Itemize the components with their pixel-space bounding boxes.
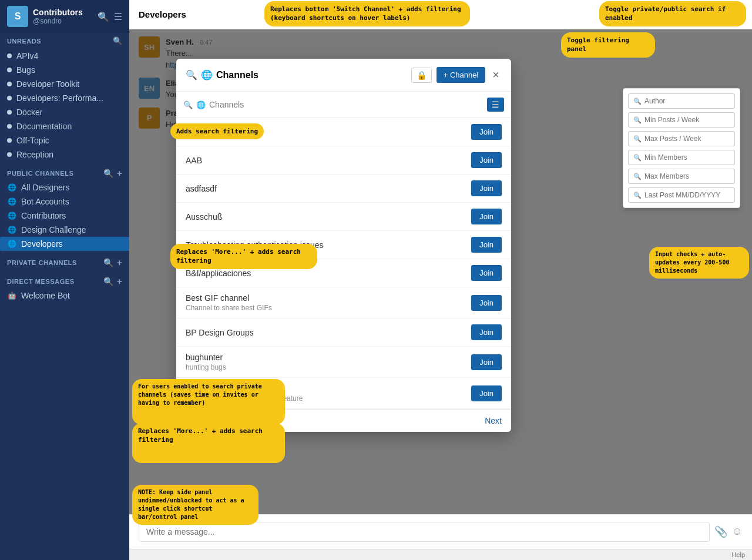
sidebar-item-docker[interactable]: Docker [0,105,129,119]
join-button[interactable]: Join [471,265,502,281]
channel-name: Ausschuß [186,212,471,222]
sidebar-item-design-challenge[interactable]: 🌐 Design Challenge [0,223,129,237]
join-button[interactable]: Join [471,295,502,311]
channel-desc: hunting bugs [186,363,471,371]
add-channel-label: + Channel [444,71,479,79]
channel-info: bughunter hunting bugs [186,353,471,371]
add-channel-button[interactable]: + Channel [437,67,486,83]
max-posts-input[interactable] [644,135,730,143]
globe-icon-search: 🌐 [196,100,206,109]
join-button[interactable]: Join [471,180,502,196]
next-button[interactable]: Next [485,416,502,425]
public-channels-list: 🌐 All Designers 🌐 Bot Accounts 🌐 Contrib… [0,180,129,251]
help-bar: Help [129,549,752,560]
private-channels-search-icon[interactable]: 🔍 [103,258,114,267]
max-members-filter: 🔍 [628,169,735,184]
globe-icon-modal: 🌐 [201,69,213,81]
public-channels-add-icon[interactable]: + [117,169,122,178]
public-channels-section: PUBLIC CHANNELS 🔍 + [0,162,129,180]
direct-messages-search-icon[interactable]: 🔍 [103,277,114,286]
last-post-filter: 🔍 [628,187,735,203]
sidebar-item-label: Welcome Bot [21,291,122,300]
search-icon-sm: 🔍 [183,100,193,109]
unread-dot [7,138,12,143]
join-button[interactable]: Join [471,124,502,140]
globe-icon: 🌐 [7,211,16,220]
annotation-top-right: Toggle private/public search if enabled [599,1,746,26]
sidebar-header-actions: 🔍 ☰ [98,11,122,22]
max-posts-filter: 🔍 [628,131,735,146]
sidebar-item-label: Developers [21,239,122,249]
unreads-list: APIv4 Bugs Developer Toolkit Developers:… [0,49,129,162]
sidebar-item-label: Docker [16,108,122,117]
private-channels-label: PRIVATE CHANNELS [7,259,77,266]
search-icon[interactable]: 🔍 [98,11,109,22]
channel-name: B&I/applicaciones [186,269,471,278]
channel-item-ausschuss: Ausschuß Join [176,203,511,231]
direct-messages-add-icon[interactable]: + [117,277,122,286]
close-modal-button[interactable]: × [490,68,502,82]
sidebar-item-developers[interactable]: 🌐 Developers [0,237,129,251]
filter-toggle-button[interactable]: ☰ [487,98,504,112]
search-icon: 🔍 [633,192,642,199]
sidebar-item-off-topic[interactable]: Off-Topic [0,133,129,147]
sidebar-item-all-designers[interactable]: 🌐 All Designers [0,180,129,195]
sidebar-item-contributors[interactable]: 🌐 Contributors [0,209,129,223]
globe-icon: 🌐 [7,239,16,249]
join-button[interactable]: Join [471,152,502,168]
attachment-icon[interactable]: 📎 [714,525,727,538]
unread-dot [7,53,12,58]
sidebar-item-developers-performa[interactable]: Developers: Performa... [0,91,129,105]
sidebar-item-developer-toolkit[interactable]: Developer Toolkit [0,77,129,91]
sidebar-item-documentation[interactable]: Documentation [0,119,129,133]
unread-dot [7,96,12,100]
channel-name: AAB [186,156,471,165]
join-button[interactable]: Join [471,324,502,340]
join-button[interactable]: Join [471,237,502,253]
sidebar-item-label: Bot Accounts [21,197,122,206]
emoji-icon[interactable]: ☺ [732,525,743,538]
modal-search: 🔍 🌐 ☰ [176,92,511,118]
composer-actions: 📎 ☺ [714,525,743,538]
private-channels-add-icon[interactable]: + [117,258,122,267]
message-input[interactable] [139,522,710,542]
author-input[interactable] [644,97,730,105]
globe-icon: 🌐 [7,197,16,206]
last-post-input[interactable] [644,191,730,199]
public-channels-search-icon[interactable]: 🔍 [103,169,114,178]
unreads-search-icon[interactable]: 🔍 [113,36,122,45]
search-icon-modal: 🔍 [186,69,197,81]
sidebar-item-welcome-bot[interactable]: 🤖 Welcome Bot [0,289,129,303]
channel-info: asdfasdf [186,184,471,193]
join-button[interactable]: Join [471,385,502,401]
hamburger-icon[interactable]: ☰ [114,11,122,22]
min-posts-filter: 🔍 [628,112,735,128]
min-members-input[interactable] [644,153,730,162]
channel-item-bestgif: Best GIF channel Channel to share best G… [176,287,511,318]
channel-name: asdfasdf [186,184,471,193]
lock-button[interactable]: 🔒 [411,68,432,83]
help-label[interactable]: Help [731,551,745,558]
sidebar-item-apiv4[interactable]: APIv4 [0,49,129,63]
sidebar-item-reception[interactable]: Reception [0,147,129,162]
channel-desc: Channel to share best GIFs [186,304,471,312]
unread-dot [7,68,12,72]
private-channels-section: PRIVATE CHANNELS 🔍 + [0,251,129,270]
search-icon: 🔍 [633,154,642,162]
min-posts-input[interactable] [644,116,730,124]
sidebar-item-bugs[interactable]: Bugs [0,63,129,77]
join-button[interactable]: Join [471,209,502,224]
sidebar-item-label: Bugs [16,65,122,75]
join-button[interactable]: Join [471,354,502,370]
channel-search-input[interactable] [209,100,484,109]
sidebar-item-bot-accounts[interactable]: 🌐 Bot Accounts [0,195,129,209]
sidebar-item-label: Design Challenge [21,225,122,234]
max-members-input[interactable] [644,172,730,180]
sidebar-item-label: Off-Topic [16,136,122,145]
unread-dot [7,110,12,115]
unread-dot [7,152,12,157]
channel-info: Ausschuß [186,212,471,222]
avatar: S [7,6,28,27]
channel-info: B&I/applicaciones [186,269,471,278]
author-filter: 🔍 [628,93,735,109]
